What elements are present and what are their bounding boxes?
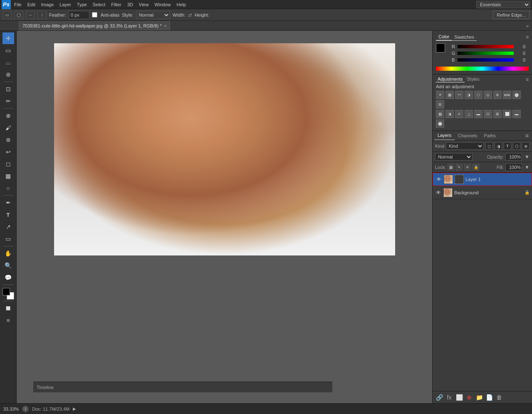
color-balance-icon[interactable]: ⊕ xyxy=(493,91,502,99)
quick-select-tool[interactable]: ⊛ xyxy=(2,69,14,80)
marquee-single-col-btn[interactable]: | xyxy=(37,11,47,19)
hand-tool[interactable]: ✋ xyxy=(2,248,14,259)
refine-edge-btn[interactable]: Refine Edge... xyxy=(493,11,530,19)
lock-all-btn[interactable]: 🔒 xyxy=(473,164,479,171)
style-select[interactable]: Normal Fixed Ratio Fixed Size xyxy=(136,11,170,19)
layers-panel-menu-btn[interactable]: ≡ xyxy=(524,132,530,139)
workspace-selector[interactable]: Essentials Photography Painting xyxy=(476,1,530,8)
shape-tool[interactable]: ▭ xyxy=(2,233,14,245)
type-tool[interactable]: T xyxy=(2,209,14,221)
menu-help[interactable]: Help xyxy=(174,1,189,8)
foreground-color-box[interactable] xyxy=(436,43,445,52)
selective-color-icon[interactable]: ⊡ xyxy=(484,110,492,118)
history-brush-tool[interactable]: ↩ xyxy=(2,146,14,158)
new-group-btn[interactable]: 📁 xyxy=(475,393,483,402)
lock-pixels-btn[interactable]: ▦ xyxy=(448,164,454,171)
eyedropper-tool[interactable]: ✏ xyxy=(2,95,14,107)
gradient-map-icon[interactable]: ▬ xyxy=(474,110,483,118)
layer-filter-adj[interactable]: ◑ xyxy=(495,142,502,150)
paths-tab[interactable]: Paths xyxy=(481,131,499,140)
menu-select[interactable]: Select xyxy=(90,1,108,8)
status-expand-btn[interactable]: ▶ xyxy=(73,407,76,411)
layer-style-btn[interactable]: fx xyxy=(445,393,453,402)
fill-input[interactable] xyxy=(505,164,522,171)
doc-tab-close-btn[interactable]: × xyxy=(164,24,167,28)
swatches-tab[interactable]: Swatches xyxy=(452,34,477,41)
fill-arrow[interactable]: ▼ xyxy=(525,164,530,170)
lasso-tool[interactable]: ⌓ xyxy=(2,57,14,68)
color-lookup-icon[interactable]: ▦ xyxy=(436,110,444,118)
green-slider[interactable] xyxy=(458,52,514,55)
invert-icon[interactable]: ◑ xyxy=(445,110,454,118)
threshold-icon[interactable]: △ xyxy=(465,110,473,118)
color-tab[interactable]: Color xyxy=(436,33,452,41)
crop-tool[interactable]: ⊡ xyxy=(2,83,14,95)
layer-kind-select[interactable]: Kind xyxy=(446,142,484,150)
color-spectrum-bar[interactable] xyxy=(436,67,529,71)
menu-3d[interactable]: 3D xyxy=(125,1,136,8)
levels-icon[interactable]: ▦ xyxy=(445,91,454,99)
move-tool[interactable]: ✛ xyxy=(2,32,14,44)
lock-position-btn[interactable]: ✎ xyxy=(456,164,463,171)
status-info-btn[interactable]: i xyxy=(22,406,29,412)
foreground-color-swatch[interactable] xyxy=(2,288,10,295)
menu-file[interactable]: File xyxy=(12,1,24,8)
posterize-icon[interactable]: ≡ xyxy=(455,110,463,118)
quick-mask-btn[interactable]: ⬜ xyxy=(2,302,14,314)
vibrance-icon[interactable]: ⬡ xyxy=(474,91,483,99)
menu-type[interactable]: Type xyxy=(74,1,89,8)
opacity-input[interactable] xyxy=(505,153,522,161)
brush-tool[interactable]: 🖌 xyxy=(2,122,14,134)
solid-color-icon[interactable]: ⬜ xyxy=(503,110,511,118)
brightness-contrast-icon[interactable]: ☀ xyxy=(436,91,444,99)
bw-icon[interactable]: B/W xyxy=(503,91,511,99)
link-layers-btn[interactable]: 🔗 xyxy=(435,393,443,402)
note-tool[interactable]: 💬 xyxy=(2,272,14,283)
menu-window[interactable]: Window xyxy=(152,1,173,8)
marquee-tool[interactable]: ▭ xyxy=(2,45,14,56)
styles-tab[interactable]: Styles xyxy=(465,76,481,82)
hsl-icon[interactable]: ◎ xyxy=(484,91,492,99)
color-panel-menu[interactable]: ≡ xyxy=(526,34,529,40)
solid-color2-icon[interactable]: ⬤ xyxy=(436,119,444,128)
opacity-arrow[interactable]: ▼ xyxy=(525,154,530,160)
swap-icon[interactable]: ⇄ xyxy=(188,12,192,18)
new-layer-btn[interactable]: 📄 xyxy=(485,393,493,402)
new-adj-layer-btn[interactable]: ⊕ xyxy=(465,393,473,402)
pen-tool[interactable]: ✒ xyxy=(2,197,14,208)
adjustments-panel-menu[interactable]: ≡ xyxy=(526,77,529,82)
zoom-tool[interactable]: 🔍 xyxy=(2,260,14,271)
pattern-icon[interactable]: ⊠ xyxy=(493,110,502,118)
marquee-single-row-btn[interactable]: — xyxy=(26,11,35,19)
gradient-icon[interactable]: ▬ xyxy=(512,110,521,118)
delete-layer-btn[interactable]: 🗑 xyxy=(495,393,503,402)
channels-tab[interactable]: Channels xyxy=(455,131,480,140)
adjustments-tab[interactable]: Adjustments xyxy=(436,76,465,82)
menu-edit[interactable]: Edit xyxy=(25,1,38,8)
layer-item-background[interactable]: 👁 Background 🔒 xyxy=(433,186,532,199)
menu-filter[interactable]: Filter xyxy=(109,1,124,8)
blend-mode-select[interactable]: Normal Multiply Screen Overlay xyxy=(435,153,473,161)
menu-layer[interactable]: Layer xyxy=(57,1,74,8)
path-select-tool[interactable]: ↗ xyxy=(2,221,14,233)
layer-filter-smart[interactable]: ⊕ xyxy=(522,142,530,150)
marquee-ellipse-btn[interactable]: ◯ xyxy=(14,11,23,19)
layers-tab[interactable]: Layers xyxy=(434,131,455,140)
menu-view[interactable]: View xyxy=(136,1,151,8)
curves-icon[interactable]: 〜 xyxy=(455,91,463,99)
spot-heal-tool[interactable]: ⊕ xyxy=(2,110,14,121)
canvas-area[interactable]: Timeline xyxy=(17,31,432,403)
document-tab[interactable]: 7039381-cute-little-girl-hd-wallpaper.jp… xyxy=(19,21,170,30)
red-slider[interactable] xyxy=(458,45,514,48)
layer-filter-pixel[interactable]: ◻ xyxy=(485,142,493,150)
layer1-visibility-icon[interactable]: 👁 xyxy=(435,176,442,183)
layer-filter-type[interactable]: T xyxy=(504,142,511,150)
panel-collapse-btn[interactable]: » xyxy=(525,23,530,28)
gradient-tool[interactable]: ▦ xyxy=(2,170,14,182)
lock-move-btn[interactable]: ✛ xyxy=(464,164,471,171)
anti-alias-checkbox[interactable] xyxy=(92,12,97,17)
menu-image[interactable]: Image xyxy=(39,1,57,8)
dodge-tool[interactable]: ○ xyxy=(2,182,14,194)
clone-tool[interactable]: ⊛ xyxy=(2,134,14,146)
channel-mixer-icon[interactable]: ⊞ xyxy=(436,100,444,109)
